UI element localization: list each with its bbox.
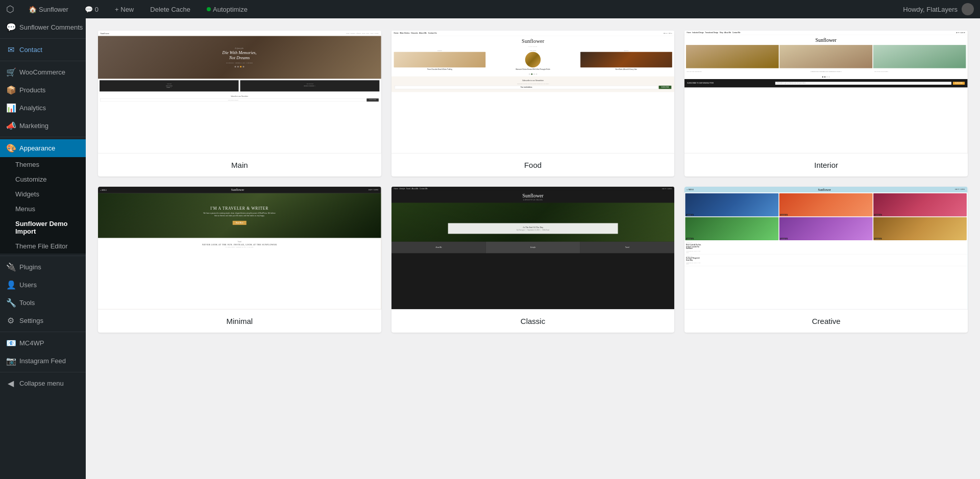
products-icon: 📦	[6, 85, 15, 95]
sidebar-item-instagram[interactable]: 📷 Instagram Feed	[0, 352, 86, 370]
adminbar-howdy: Howdy, FlatLayers	[903, 6, 958, 13]
autoptimize-status-dot	[207, 7, 211, 11]
sidebar-divider-5	[0, 332, 86, 332]
theme-card-classic[interactable]: Home Lifestyle Travel About Me Contact M…	[391, 187, 675, 333]
tools-icon: 🔧	[6, 298, 15, 308]
creative-img-3: Abstract Art	[873, 193, 967, 216]
creative-img-2: Abstract Art	[779, 193, 873, 216]
theme-preview-minimal: ≡ MENU Sunflower ♥ ⊕ ✦ ✧ ⊡ ✉ ⊳ I'M A TRA…	[98, 187, 381, 309]
sidebar-divider-2	[0, 61, 86, 61]
sidebar-item-tools[interactable]: 🔧 Tools	[0, 294, 86, 312]
theme-preview-main: Sunflower Home Features Lifestyle Travel…	[98, 31, 381, 153]
submenu-item-file-editor[interactable]: Theme File Editor	[0, 239, 86, 254]
creative-img-5: Abstract Art	[779, 217, 873, 240]
adminbar-avatar[interactable]	[962, 3, 974, 15]
theme-preview-food: Home Main Dishes Desserts About Me Conta…	[391, 31, 675, 153]
themes-grid: Sunflower Home Features Lifestyle Travel…	[98, 31, 968, 333]
adminbar-delete-cache[interactable]: Delete Cache	[146, 0, 194, 18]
sidebar-item-label: Users	[19, 281, 37, 289]
sidebar-item-label: Sunflower Comments	[19, 23, 83, 31]
adminbar-site[interactable]: 🏠 Sunflower	[24, 0, 72, 18]
theme-card-creative[interactable]: ≡ MENU Sunflower ♥ ⊕ ✦ ✧ ⊡ ✉ ⊳ Abstract …	[684, 187, 968, 333]
adminbar-autoptimize[interactable]: Autoptimize	[203, 0, 252, 18]
adminbar-site-icon: 🏠	[29, 6, 37, 13]
sidebar-item-settings[interactable]: ⚙ Settings	[0, 312, 86, 330]
sidebar-item-label: Plugins	[19, 263, 41, 271]
submenu-item-menus[interactable]: Menus	[0, 201, 86, 216]
creative-img-6: Abstract Art	[873, 217, 967, 240]
mc4wp-icon: 📧	[6, 338, 15, 348]
theme-preview-interior: Home Industrial Design Transitional Desi…	[684, 31, 968, 153]
sidebar-item-appearance[interactable]: 🎨 Appearance	[0, 139, 86, 157]
theme-label-food: Food	[391, 153, 675, 177]
appearance-submenu: Themes Customize Widgets Menus Sunflower…	[0, 157, 86, 254]
sidebar-item-label: Appearance	[19, 144, 55, 152]
wp-logo-icon: ⬡	[6, 4, 14, 15]
sidebar-item-products[interactable]: 📦 Products	[0, 81, 86, 99]
sidebar-item-label: Contact	[19, 46, 42, 54]
sidebar-item-plugins[interactable]: 🔌 Plugins	[0, 258, 86, 276]
collapse-icon: ◀	[6, 379, 15, 388]
woocommerce-icon: 🛒	[6, 67, 15, 77]
users-icon: 👤	[6, 280, 15, 290]
sidebar: 💬 Sunflower Comments ✉ Contact 🛒 WooComm…	[0, 18, 86, 479]
sidebar-divider-4	[0, 256, 86, 256]
sidebar-item-marketing[interactable]: 📣 Marketing	[0, 117, 86, 135]
sidebar-item-label: Instagram Feed	[19, 357, 66, 365]
theme-card-minimal[interactable]: ≡ MENU Sunflower ♥ ⊕ ✦ ✧ ⊡ ✉ ⊳ I'M A TRA…	[98, 187, 381, 333]
sidebar-divider-6	[0, 372, 86, 372]
sidebar-item-label: Marketing	[19, 122, 48, 130]
contact-icon: ✉	[6, 45, 15, 55]
sidebar-item-contact[interactable]: ✉ Contact	[0, 41, 86, 59]
theme-label-interior: Interior	[684, 153, 968, 177]
adminbar-comments[interactable]: 💬 0	[81, 0, 103, 18]
creative-img-1: Abstract Art	[685, 193, 779, 216]
sidebar-item-woocommerce[interactable]: 🛒 WooCommerce	[0, 63, 86, 81]
sidebar-item-label: Collapse menu	[19, 380, 64, 387]
theme-label-classic: Classic	[391, 309, 675, 333]
sidebar-item-label: Tools	[19, 299, 35, 307]
sidebar-item-mc4wp[interactable]: 📧 MC4WP	[0, 334, 86, 352]
submenu-item-widgets[interactable]: Widgets	[0, 187, 86, 201]
adminbar-new[interactable]: + New	[111, 0, 138, 18]
submenu-item-customize[interactable]: Customize	[0, 172, 86, 187]
content-area: Sunflower Home Features Lifestyle Travel…	[86, 18, 980, 479]
sidebar-divider-1	[0, 38, 86, 39]
theme-card-food[interactable]: Home Main Dishes Desserts About Me Conta…	[391, 31, 675, 177]
sidebar-item-label: Analytics	[19, 104, 46, 112]
sidebar-divider-3	[0, 137, 86, 137]
adminbar-comments-icon: 💬	[85, 6, 93, 13]
analytics-icon: 📊	[6, 103, 15, 113]
sidebar-item-collapse[interactable]: ◀ Collapse menu	[0, 374, 86, 392]
marketing-icon: 📣	[6, 121, 15, 131]
settings-icon: ⚙	[6, 316, 15, 325]
theme-preview-creative: ≡ MENU Sunflower ♥ ⊕ ✦ ✧ ⊡ ✉ ⊳ Abstract …	[684, 187, 968, 309]
submenu-item-demo-import[interactable]: Sunflower Demo Import	[0, 216, 86, 239]
sidebar-item-analytics[interactable]: 📊 Analytics	[0, 99, 86, 117]
comments-icon: 💬	[6, 22, 15, 32]
appearance-icon: 🎨	[6, 143, 15, 153]
sidebar-item-label: WooCommerce	[19, 68, 65, 76]
plugins-icon: 🔌	[6, 262, 15, 272]
theme-label-main: Main	[98, 153, 381, 177]
instagram-icon: 📷	[6, 356, 15, 366]
sidebar-item-label: Settings	[19, 317, 43, 324]
submenu-item-themes[interactable]: Themes	[0, 157, 86, 172]
creative-img-4: Abstract Art	[685, 217, 779, 240]
theme-card-interior[interactable]: Home Industrial Design Transitional Desi…	[684, 31, 968, 177]
theme-label-creative: Creative	[684, 309, 968, 333]
admin-bar: ⬡ 🏠 Sunflower 💬 0 + New Delete Cache Aut…	[0, 0, 980, 18]
sidebar-item-label: MC4WP	[19, 339, 44, 347]
theme-label-minimal: Minimal	[98, 309, 381, 333]
sidebar-item-users[interactable]: 👤 Users	[0, 276, 86, 294]
sidebar-item-comments[interactable]: 💬 Sunflower Comments	[0, 18, 86, 36]
theme-preview-classic: Home Lifestyle Travel About Me Contact M…	[391, 187, 675, 309]
theme-card-main[interactable]: Sunflower Home Features Lifestyle Travel…	[98, 31, 381, 177]
sidebar-item-label: Products	[19, 86, 45, 94]
